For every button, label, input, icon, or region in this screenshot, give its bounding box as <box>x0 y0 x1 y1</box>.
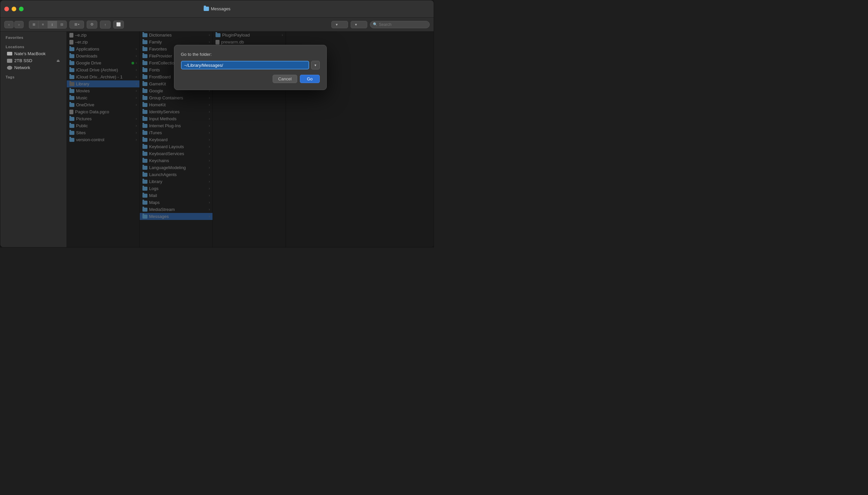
sidebar-item-ssd[interactable]: 2TB SSD ⏏ <box>2 57 65 64</box>
search-input[interactable] <box>379 22 425 27</box>
eject-icon[interactable]: ⏏ <box>56 58 60 63</box>
cancel-button[interactable]: Cancel <box>272 75 297 83</box>
file-browser: –e.zip –er.zip Applications › Downloads <box>67 32 434 247</box>
action-button[interactable]: ⚙ <box>87 21 97 29</box>
column-view-button[interactable]: ⫿ <box>48 21 57 28</box>
goto-folder-modal: Go to the folder: ▾ Cancel Go <box>174 45 327 90</box>
sidebar: Favorites Locations Nate's MacBook 2TB S… <box>0 32 67 247</box>
icon-view-button[interactable]: ⊞ <box>29 21 38 28</box>
minimize-button[interactable] <box>12 7 16 11</box>
filter-dropdown[interactable]: ▾ <box>351 21 367 28</box>
share-button[interactable]: ↑ <box>100 21 110 29</box>
list-view-button[interactable]: ≡ <box>38 21 48 28</box>
back-button[interactable]: ‹ <box>4 21 14 28</box>
modal-overlay: Go to the folder: ▾ Cancel Go <box>67 32 434 247</box>
hdd-icon <box>7 59 12 63</box>
goto-folder-input[interactable] <box>181 61 309 69</box>
group-chevron: ▾ <box>78 23 79 26</box>
sidebar-section-tags: Tags <box>0 74 66 80</box>
sort-chevron: ▾ <box>336 22 338 27</box>
group-by-button[interactable]: ⊞ ▾ <box>69 21 84 29</box>
fullscreen-button[interactable] <box>19 7 23 11</box>
modal-input-row: ▾ <box>181 61 320 69</box>
group-icon: ⊞ <box>74 22 77 27</box>
sidebar-section-favorites: Favorites <box>0 34 66 41</box>
finder-window: Messages ‹ › ⊞ ≡ ⫿ ⊟ ⊞ ▾ ⚙ ↑ ⬜ ▾ ▾ <box>0 0 434 248</box>
title-text: Messages <box>211 6 230 11</box>
go-button[interactable]: Go <box>300 75 319 83</box>
search-icon: 🔍 <box>373 22 377 27</box>
modal-title: Go to the folder: <box>181 52 320 57</box>
window-title: Messages <box>203 6 230 11</box>
sort-dropdown[interactable]: ▾ <box>331 21 348 28</box>
network-icon <box>7 66 12 70</box>
macbook-icon <box>7 52 12 55</box>
search-box: 🔍 <box>370 21 430 28</box>
sidebar-item-label-ssd: 2TB SSD <box>14 58 32 63</box>
traffic-lights <box>4 7 23 11</box>
modal-buttons: Cancel Go <box>181 75 320 83</box>
sidebar-item-macbook[interactable]: Nate's MacBook <box>2 50 65 57</box>
title-folder-icon <box>203 7 209 11</box>
toolbar: ‹ › ⊞ ≡ ⫿ ⊟ ⊞ ▾ ⚙ ↑ ⬜ ▾ ▾ 🔍 <box>0 18 434 32</box>
goto-folder-dropdown[interactable]: ▾ <box>311 61 320 69</box>
sidebar-item-label-network: Network <box>14 65 30 70</box>
close-button[interactable] <box>4 7 9 11</box>
titlebar: Messages <box>0 0 434 18</box>
view-buttons: ⊞ ≡ ⫿ ⊟ <box>29 21 67 29</box>
sidebar-section-locations: Locations <box>0 44 66 50</box>
tag-button[interactable]: ⬜ <box>113 21 124 29</box>
forward-button[interactable]: › <box>14 21 23 28</box>
gallery-view-button[interactable]: ⊟ <box>57 21 66 28</box>
main-content: Favorites Locations Nate's MacBook 2TB S… <box>0 32 434 247</box>
filter-chevron: ▾ <box>355 22 357 27</box>
sidebar-item-network[interactable]: Network <box>2 64 65 71</box>
sidebar-item-label-macbook: Nate's MacBook <box>14 51 46 56</box>
nav-buttons: ‹ › <box>4 21 23 28</box>
